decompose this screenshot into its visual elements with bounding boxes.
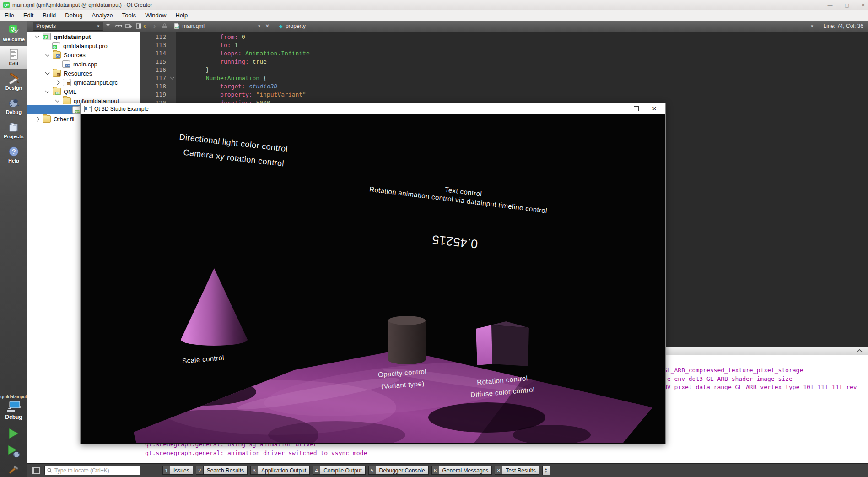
filter-icon[interactable] (104, 22, 113, 31)
window-maximize-button[interactable]: ▢ (844, 2, 849, 8)
menu-tools[interactable]: Tools (118, 11, 140, 20)
tree-chevron-open-icon[interactable] (55, 98, 60, 103)
output-tab-label: Compile Output (320, 466, 365, 475)
output-line: re_env_dot3 GL_ARB_shader_image_size (663, 375, 793, 383)
output-tab-general-messages[interactable]: 6General Messages (431, 466, 492, 475)
code-token: from: (220, 33, 238, 40)
mode-edit[interactable]: Edit (0, 46, 27, 69)
tree-row-label: Other fil (54, 116, 75, 123)
sidebar-pane-selector[interactable]: Projects ▼ (33, 22, 103, 31)
code-token: true (253, 58, 267, 65)
example-minimize-button[interactable] (609, 103, 627, 114)
mode-help[interactable]: ? Help (0, 143, 27, 166)
tree-chevron-open-icon[interactable] (45, 89, 50, 93)
build-config-label[interactable]: Debug (5, 414, 22, 420)
code-token (181, 33, 220, 40)
code-token (242, 50, 245, 57)
menu-debug[interactable]: Debug (60, 11, 87, 20)
tree-row[interactable]: qmldatainput.pro (27, 41, 140, 50)
line-number: 116 (140, 66, 176, 74)
tree-row[interactable]: Resources (27, 69, 140, 78)
svg-text:Qt: Qt (11, 27, 16, 32)
line-number: 119 (140, 91, 176, 99)
kit-selector-icon[interactable] (6, 401, 22, 413)
output-tab-debugger-console[interactable]: 5Debugger Console (368, 466, 429, 475)
tree-chevron-closed-icon[interactable] (55, 80, 60, 85)
menu-file[interactable]: File (0, 11, 19, 20)
tree-chevron-closed-icon[interactable] (35, 117, 40, 121)
close-document-button[interactable]: ✕ (261, 23, 274, 29)
tree-row[interactable]: main.cpp (27, 60, 140, 69)
active-project-name: qmldatainput (0, 394, 27, 399)
code-line: 113 to: 1 (140, 41, 310, 49)
tree-row[interactable]: QML (27, 87, 140, 96)
code-token (181, 83, 220, 90)
output-tab-number: 6 (431, 466, 439, 475)
tree-row[interactable]: qmldatainput.qrc (27, 78, 140, 87)
output-line: qt.scenegraph.general: animation driver … (145, 449, 367, 457)
output-line: GL_ARB_compressed_texture_pixel_storage (663, 366, 803, 374)
fold-marker-icon[interactable] (170, 75, 175, 80)
link-with-editor-icon[interactable] (114, 22, 123, 31)
build-hammer-icon[interactable] (8, 464, 20, 476)
qrc-file-icon (63, 79, 71, 86)
code-line: 116 } (140, 66, 310, 74)
tree-row[interactable]: Sources (27, 50, 140, 60)
code-text: } (176, 66, 210, 74)
example-window-titlebar[interactable]: Qt 3D Studio Example ✕ (81, 103, 665, 115)
window-close-button[interactable]: ✕ (861, 2, 865, 8)
output-tab-issues[interactable]: 1Issues (162, 466, 193, 475)
run-debug-button[interactable] (7, 445, 21, 459)
menu-analyze[interactable]: Analyze (87, 11, 118, 20)
output-tab-number: 1 (162, 466, 170, 475)
menu-edit[interactable]: Edit (19, 11, 38, 20)
output-tab-test-results[interactable]: 8Test Results (495, 466, 539, 475)
output-tab-compile-output[interactable]: 4Compile Output (313, 466, 365, 475)
tree-chevron-open-icon[interactable] (35, 34, 40, 38)
example-maximize-button[interactable] (627, 103, 645, 114)
output-tab-search-results[interactable]: 2Search Results (196, 466, 248, 475)
toggle-left-sidebar-icon[interactable] (32, 467, 40, 474)
symbol-selector[interactable]: ◆ property (279, 23, 306, 29)
code-token: loops: (220, 50, 242, 57)
code-token: studio3D (249, 83, 278, 90)
output-tab-number: 8 (495, 466, 502, 475)
qt-creator-app-icon: Qt (3, 2, 10, 8)
output-tab-number: 2 (196, 466, 204, 475)
mode-debug[interactable]: Debug (0, 95, 27, 118)
tree-row-label: Sources (64, 52, 86, 59)
menu-build[interactable]: Build (38, 11, 60, 20)
tree-row-label: qmldatainput (54, 33, 91, 40)
output-tab-number: 5 (368, 466, 376, 475)
tree-row[interactable]: qmldatainput (27, 32, 140, 41)
open-document-selector[interactable]: qml main.qml ▼ (174, 23, 261, 29)
qt-project-icon (43, 33, 51, 40)
code-text: target: studio3D (176, 82, 277, 91)
run-button[interactable] (7, 428, 20, 439)
code-token: "inputVariant" (256, 91, 306, 98)
3d-viewport[interactable]: Directional light color controlCamera xy… (81, 114, 665, 444)
window-minimize-button[interactable]: — (827, 2, 832, 8)
locator[interactable] (44, 466, 140, 475)
output-tab-scroll-arrows[interactable]: ▲▼ (542, 466, 550, 475)
split-pane-icon[interactable] (124, 22, 133, 31)
code-text: to: 1 (176, 41, 238, 49)
collapse-panel-icon[interactable] (857, 349, 863, 355)
tree-chevron-open-icon[interactable] (45, 52, 50, 57)
mode-welcome[interactable]: Qt Welcome (0, 22, 27, 45)
chevron-down-icon[interactable]: ▼ (806, 24, 819, 28)
mode-design[interactable]: Design (0, 70, 27, 93)
code-token (181, 42, 220, 49)
qml-file-icon: qml (174, 23, 179, 29)
locator-input[interactable] (54, 467, 133, 474)
menu-help[interactable]: Help (171, 11, 192, 20)
mode-projects[interactable]: Projects (0, 119, 27, 142)
tree-chevron-open-icon[interactable] (45, 70, 50, 75)
go-back-button[interactable]: ‹ (140, 22, 150, 31)
output-tab-application-output[interactable]: 3Application Output (250, 466, 310, 475)
menu-window[interactable]: Window (140, 11, 171, 20)
go-forward-button[interactable]: › (150, 22, 160, 31)
projects-icon (8, 122, 20, 133)
code-line: 118 target: studio3D (140, 82, 310, 91)
example-close-button[interactable]: ✕ (645, 103, 663, 114)
